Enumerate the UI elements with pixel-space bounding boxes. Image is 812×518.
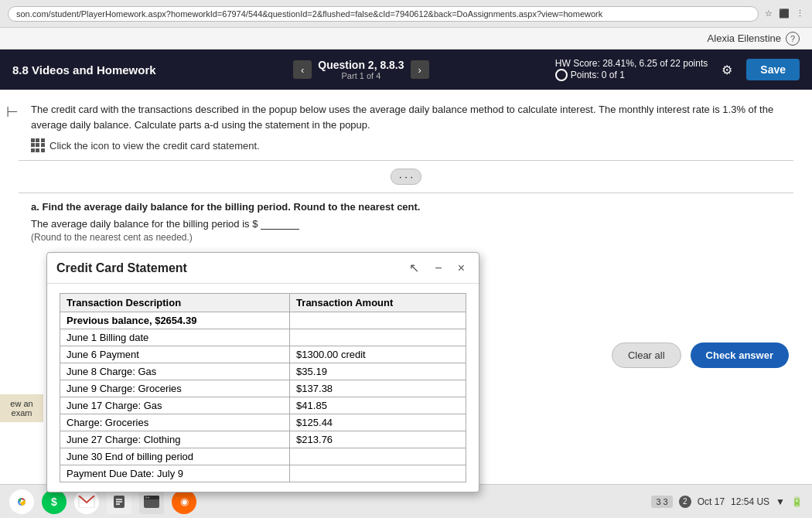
clear-all-button[interactable]: Clear all (612, 342, 681, 368)
cell-desc: June 8 Charge: Gas (60, 363, 290, 380)
popup-close-button[interactable]: × (453, 260, 469, 277)
svg-point-8 (145, 496, 147, 498)
save-button[interactable]: Save (746, 59, 800, 80)
user-name: Alexia Eilenstine (708, 32, 781, 44)
browser-icons: ☆ ⬛ ⋮ (765, 9, 804, 19)
cell-amount: $213.76 (290, 431, 466, 448)
popup-cursor-icon[interactable]: ↖ (404, 259, 424, 277)
help-icon[interactable]: ? (786, 32, 800, 46)
table-row: Previous balance, $2654.39 (60, 312, 466, 329)
cell-desc: Previous balance, $2654.39 (60, 312, 290, 329)
side-text: ew an exam (0, 394, 43, 422)
prev-question-button[interactable]: ‹ (293, 60, 312, 79)
question-info: Question 2, 8.8.3 Part 1 of 4 (318, 59, 404, 80)
table-row: June 30 End of billing period (60, 448, 466, 465)
points-value: Points: 0 of 1 (571, 70, 625, 80)
cell-amount (290, 465, 466, 482)
hw-score-value: HW Score: 28.41%, 6.25 of 22 points (555, 58, 708, 69)
section-header: 8.8 Videos and Homework ‹ Question 2, 8.… (0, 49, 812, 90)
app-header-bar: Alexia Eilenstine ? (0, 28, 812, 49)
cell-amount (290, 329, 466, 346)
part-a-section: a. Find the average daily balance for th… (31, 201, 793, 243)
table-row: June 17 Charge: Gas$41.85 (60, 397, 466, 414)
cell-desc: June 9 Charge: Groceries (60, 380, 290, 397)
check-answer-button[interactable]: Check answer (691, 342, 789, 368)
table-row: June 9 Charge: Groceries$137.38 (60, 380, 466, 397)
cell-desc: Payment Due Date: July 9 (60, 465, 290, 482)
menu-icon[interactable]: ⋮ (796, 9, 804, 19)
points-circle (555, 69, 568, 81)
back-arrow-icon[interactable]: ⊢ (6, 104, 19, 121)
cell-desc: June 6 Payment (60, 346, 290, 363)
col-amount-header: Transaction Amount (290, 294, 466, 312)
cell-amount: $35.19 (290, 363, 466, 380)
section-title: 8.8 Videos and Homework (12, 63, 167, 77)
table-row: June 27 Charge: Clothing$213.76 (60, 431, 466, 448)
cc-statement-table: Transaction Description Transaction Amou… (60, 293, 466, 482)
cell-amount: $1300.00 credit (290, 346, 466, 363)
col-desc-header: Transaction Description (60, 294, 290, 312)
part-a-label: a. Find the average daily balance for th… (31, 201, 793, 213)
star-icon[interactable]: ☆ (765, 9, 773, 19)
credit-card-popup: Credit Card Statement ↖ − × Transaction … (46, 252, 479, 492)
chrome-icon[interactable] (9, 489, 34, 514)
action-buttons: Clear all Check answer (612, 342, 789, 368)
popup-body: Transaction Description Transaction Amou… (47, 284, 479, 492)
divider2 (19, 193, 793, 193)
cash-app-icon[interactable]: $ (42, 489, 67, 514)
icon-click-row: Click the icon to view the credit card s… (31, 138, 793, 152)
gmail-icon[interactable] (74, 489, 99, 514)
cell-desc: June 27 Charge: Clothing (60, 431, 290, 448)
svg-point-9 (148, 496, 149, 498)
answer-prefix: The average daily balance for the billin… (31, 218, 258, 230)
cell-amount: $137.38 (290, 380, 466, 397)
browser2-icon[interactable] (139, 489, 164, 514)
popup-title: Credit Card Statement (56, 261, 187, 275)
taskbar-time: 12:54 US (731, 496, 769, 507)
cell-amount (290, 312, 466, 329)
cell-desc: Charge: Groceries (60, 414, 290, 431)
table-row: June 6 Payment$1300.00 credit (60, 346, 466, 363)
popup-header: Credit Card Statement ↖ − × (47, 253, 479, 284)
gear-button[interactable]: ⚙ (722, 63, 732, 77)
popup-controls: ↖ − × (404, 259, 469, 277)
grid-icon[interactable] (31, 138, 45, 152)
popup-minimize-button[interactable]: − (430, 260, 446, 277)
expand-button[interactable]: · · · (391, 169, 421, 185)
hw-score-text: HW Score: 28.41%, 6.25 of 22 points Poin… (555, 58, 708, 81)
cell-amount: $41.85 (290, 397, 466, 414)
window-count-text: 3 3 (656, 497, 667, 506)
taskbar-right: 3 3 2 Oct 17 12:54 US ▼ 🔋 (651, 496, 803, 508)
answer-row: The average daily balance for the billin… (31, 217, 793, 230)
cell-desc: June 1 Billing date (60, 329, 290, 346)
taskbar-date: Oct 17 (698, 496, 725, 507)
answer-input[interactable] (261, 217, 299, 230)
table-row: June 1 Billing date (60, 329, 466, 346)
browser-url[interactable]: son.com/student/PlayerHomework.aspx?home… (8, 6, 759, 22)
main-content: ⊢ The credit card with the transactions … (0, 90, 812, 492)
taskbar-left: $ (9, 489, 196, 514)
cell-amount (290, 448, 466, 465)
expand-area: · · · (19, 169, 793, 185)
round-note: (Round to the nearest cent as needed.) (31, 232, 793, 243)
question-nav: ‹ Question 2, 8.8.3 Part 1 of 4 › (167, 59, 555, 80)
notification-badge: 2 (679, 496, 691, 508)
window-counter: 3 3 (651, 496, 672, 508)
browser-bar: son.com/student/PlayerHomework.aspx?home… (0, 0, 812, 28)
next-question-button[interactable]: › (411, 60, 429, 79)
notes-icon[interactable] (107, 489, 131, 514)
wifi-icon: ▼ (776, 496, 785, 507)
problem-description: The credit card with the transactions de… (31, 102, 793, 132)
question-subtitle: Part 1 of 4 (318, 71, 404, 80)
click-instruction-text: Click the icon to view the credit card s… (49, 140, 260, 152)
account-icon[interactable]: ⬛ (779, 9, 790, 19)
extra-icon[interactable]: ◉ (172, 489, 196, 514)
table-row: Charge: Groceries$125.44 (60, 414, 466, 431)
divider (19, 160, 793, 161)
battery-icon: 🔋 (791, 496, 803, 507)
table-row: Payment Due Date: July 9 (60, 465, 466, 482)
table-row: June 8 Charge: Gas$35.19 (60, 363, 466, 380)
cell-amount: $125.44 (290, 414, 466, 431)
cell-desc: June 17 Charge: Gas (60, 397, 290, 414)
cell-desc: June 30 End of billing period (60, 448, 290, 465)
